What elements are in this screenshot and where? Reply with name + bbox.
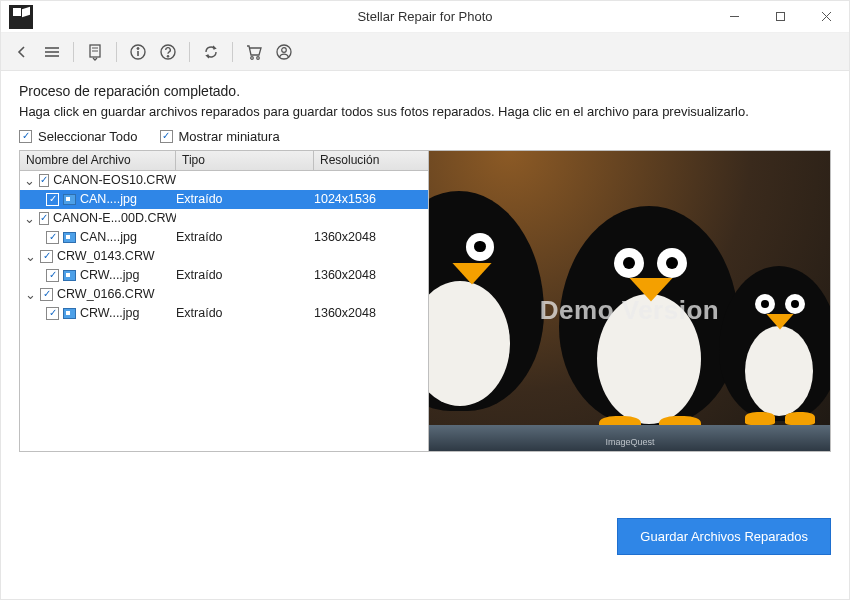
child-resolution: 1024x1536 [314, 192, 428, 206]
child-resolution: 1360x2048 [314, 268, 428, 282]
group-filename: CRW_0143.CRW [57, 249, 155, 263]
table-row[interactable]: ⌄ CRW_0166.CRW [20, 285, 428, 304]
toolbar-separator [116, 42, 117, 62]
help-button[interactable] [155, 39, 181, 65]
refresh-button[interactable] [198, 39, 224, 65]
child-type: Extraído [176, 268, 314, 282]
chevron-down-icon[interactable]: ⌄ [24, 211, 35, 226]
col-filename[interactable]: Nombre del Archivo [20, 151, 176, 170]
menu-button[interactable] [39, 39, 65, 65]
table-row[interactable]: CRW....jpg Extraído 1360x2048 [20, 266, 428, 285]
image-file-icon [63, 270, 76, 281]
svg-point-16 [257, 56, 260, 59]
image-file-icon [63, 308, 76, 319]
file-tree-panel: Nombre del Archivo Tipo Resolución ⌄ CAN… [19, 150, 429, 452]
tree-body: ⌄ CANON-EOS10.CRW CAN....jpg Extraído 10… [20, 171, 428, 323]
grid-header: Nombre del Archivo Tipo Resolución [20, 151, 428, 171]
table-row[interactable]: CAN....jpg Extraído 1024x1536 [20, 190, 428, 209]
child-type: Extraído [176, 230, 314, 244]
user-button[interactable] [271, 39, 297, 65]
back-button[interactable] [9, 39, 35, 65]
preview-panel: ImageQuest Demo Version [429, 150, 831, 452]
group-filename: CANON-E...00D.CRW [53, 211, 176, 225]
show-thumbnail-label: Mostrar miniatura [179, 129, 280, 144]
child-resolution: 1360x2048 [314, 230, 428, 244]
child-filename: CAN....jpg [80, 192, 137, 206]
child-resolution: 1360x2048 [314, 306, 428, 320]
chevron-down-icon[interactable]: ⌄ [24, 173, 35, 188]
main-toolbar [1, 33, 849, 71]
image-file-icon [63, 232, 76, 243]
row-checkbox[interactable] [39, 212, 49, 225]
window-title: Stellar Repair for Photo [1, 9, 849, 24]
cart-button[interactable] [241, 39, 267, 65]
svg-point-14 [167, 55, 169, 57]
row-checkbox[interactable] [46, 269, 59, 282]
process-subtext: Haga click en guardar archivos reparados… [19, 103, 831, 121]
table-row[interactable]: ⌄ CANON-E...00D.CRW [20, 209, 428, 228]
list-save-button[interactable] [82, 39, 108, 65]
child-type: Extraído [176, 192, 314, 206]
button-bar: Guardar Archivos Reparados [1, 464, 849, 555]
child-filename: CAN....jpg [80, 230, 137, 244]
svg-point-15 [251, 56, 254, 59]
content-area: Proceso de reparación completado. Haga c… [1, 71, 849, 464]
svg-point-18 [282, 47, 287, 52]
table-row[interactable]: ⌄ CANON-EOS10.CRW [20, 171, 428, 190]
info-button[interactable] [125, 39, 151, 65]
chevron-down-icon[interactable]: ⌄ [24, 249, 36, 264]
toolbar-separator [232, 42, 233, 62]
row-checkbox[interactable] [46, 231, 59, 244]
save-repaired-button[interactable]: Guardar Archivos Reparados [617, 518, 831, 555]
show-thumbnail-checkbox[interactable] [160, 130, 173, 143]
chevron-down-icon[interactable]: ⌄ [24, 287, 36, 302]
results-row: Nombre del Archivo Tipo Resolución ⌄ CAN… [19, 150, 831, 452]
toolbar-separator [189, 42, 190, 62]
table-row[interactable]: CAN....jpg Extraído 1360x2048 [20, 228, 428, 247]
child-type: Extraído [176, 306, 314, 320]
toolbar-separator [73, 42, 74, 62]
group-filename: CRW_0166.CRW [57, 287, 155, 301]
col-resolution[interactable]: Resolución [314, 151, 428, 170]
table-row[interactable]: CRW....jpg Extraído 1360x2048 [20, 304, 428, 323]
preview-watermark: Demo Version [429, 295, 830, 326]
preview-image: ImageQuest Demo Version [429, 151, 830, 451]
row-checkbox[interactable] [40, 288, 53, 301]
row-checkbox[interactable] [40, 250, 53, 263]
select-all-label: Seleccionar Todo [38, 129, 138, 144]
child-filename: CRW....jpg [80, 306, 140, 320]
image-file-icon [63, 194, 76, 205]
window-titlebar: Stellar Repair for Photo [1, 1, 849, 33]
preview-shelf-label: ImageQuest [605, 437, 654, 447]
svg-point-11 [137, 47, 139, 49]
row-checkbox[interactable] [39, 174, 49, 187]
process-heading: Proceso de reparación completado. [19, 83, 831, 99]
table-row[interactable]: ⌄ CRW_0143.CRW [20, 247, 428, 266]
options-row: Seleccionar Todo Mostrar miniatura [19, 129, 831, 144]
col-type[interactable]: Tipo [176, 151, 314, 170]
select-all-checkbox[interactable] [19, 130, 32, 143]
row-checkbox[interactable] [46, 193, 59, 206]
group-filename: CANON-EOS10.CRW [53, 173, 176, 187]
row-checkbox[interactable] [46, 307, 59, 320]
child-filename: CRW....jpg [80, 268, 140, 282]
